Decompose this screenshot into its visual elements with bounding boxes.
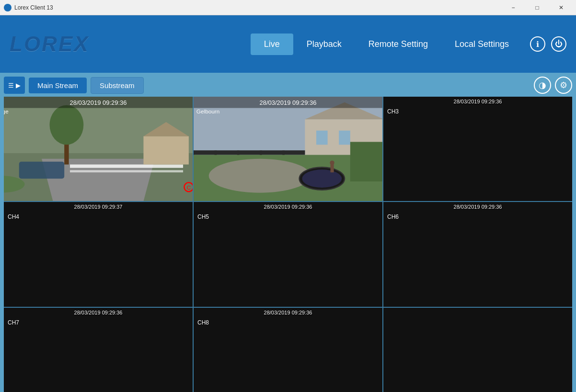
stream-toolbar: ☰ ▶ Main Stream Substream ◑ ⚙	[4, 77, 572, 94]
camera-cell-2[interactable]: 28/03/2019 09:29:36 Gelbourn	[194, 97, 382, 201]
mainstream-button[interactable]: Main Stream	[29, 78, 87, 93]
header-icons: ℹ ⏻	[530, 36, 566, 52]
header: LOREX Live Playback Remote Setting Local…	[0, 15, 576, 73]
title-bar-text: Lorex Client 13	[14, 4, 502, 11]
svg-rect-21	[194, 150, 305, 155]
svg-rect-32	[331, 165, 334, 173]
camera-cell-6[interactable]: 28/03/2019 09:29:36 CH6	[383, 202, 572, 306]
camera-cell-7[interactable]: 28/03/2019 09:29:36 CH7	[4, 308, 193, 392]
svg-rect-9	[19, 162, 64, 179]
camera-cell-1[interactable]: 28/03/2019 09:29:36 Grange C	[4, 97, 193, 201]
svg-point-28	[209, 159, 311, 193]
main-content: ☰ ▶ Main Stream Substream ◑ ⚙	[0, 73, 576, 392]
camera-cell-3[interactable]: 28/03/2019 09:29:36 CH3	[383, 97, 572, 201]
tab-remote-setting[interactable]: Remote Setting	[355, 34, 441, 55]
maximize-button[interactable]: □	[526, 0, 548, 15]
power-icon[interactable]: ⏻	[551, 36, 566, 52]
camera-grid: 28/03/2019 09:29:36 Grange C	[4, 97, 572, 392]
svg-text:Grange: Grange	[4, 108, 9, 115]
cam5-timestamp: 28/03/2019 09:29:36	[264, 204, 312, 210]
svg-rect-6	[70, 170, 183, 172]
camera-cell-5[interactable]: 28/03/2019 09:29:36 CH5	[194, 202, 382, 306]
svg-point-30	[302, 169, 342, 188]
svg-rect-20	[339, 131, 350, 145]
camera-cell-4[interactable]: 28/03/2019 09:29:37 CH4	[4, 202, 193, 306]
app-icon	[4, 4, 12, 11]
svg-rect-31	[350, 142, 382, 181]
tab-live[interactable]: Live	[251, 34, 293, 55]
svg-text:28/03/2019 09:29:36: 28/03/2019 09:29:36	[260, 99, 317, 106]
svg-point-4	[49, 105, 83, 145]
cam7-timestamp: 28/03/2019 09:29:36	[74, 310, 123, 315]
cam5-label: CH5	[197, 213, 209, 220]
cam8-label: CH8	[197, 319, 209, 326]
toolbar-right: ◑ ⚙	[534, 77, 572, 94]
cam4-timestamp: 28/03/2019 09:29:37	[74, 204, 123, 210]
cam8-timestamp: 28/03/2019 09:29:36	[264, 310, 312, 315]
logo: LOREX	[10, 32, 251, 56]
window-controls: − □ ✕	[502, 0, 572, 15]
svg-rect-7	[143, 136, 188, 165]
cam4-label: CH4	[8, 213, 19, 220]
svg-point-33	[330, 160, 334, 165]
cam7-label: CH7	[8, 319, 19, 326]
minimize-button[interactable]: −	[502, 0, 524, 15]
svg-text:Gelbourn: Gelbourn	[196, 108, 220, 115]
cam6-timestamp: 28/03/2019 09:29:36	[454, 204, 502, 210]
tab-local-settings[interactable]: Local Settings	[441, 34, 522, 55]
svg-text:28/03/2019 09:29:36: 28/03/2019 09:29:36	[70, 99, 127, 106]
close-button[interactable]: ✕	[550, 0, 572, 15]
menu-button[interactable]: ☰ ▶	[4, 77, 25, 94]
info-icon[interactable]: ℹ	[530, 36, 545, 52]
tab-playback[interactable]: Playback	[293, 34, 355, 55]
svg-rect-19	[316, 131, 328, 145]
cam3-label: CH3	[387, 108, 399, 115]
camera-cell-9[interactable]	[383, 308, 572, 392]
theme-toggle-button[interactable]: ◑	[534, 77, 551, 94]
svg-text:C: C	[187, 184, 191, 191]
svg-rect-5	[70, 165, 183, 168]
title-bar: Lorex Client 13 − □ ✕	[0, 0, 576, 15]
camera-cell-8[interactable]: 28/03/2019 09:29:36 CH8	[194, 308, 382, 392]
cam6-label: CH6	[387, 213, 399, 220]
settings-button[interactable]: ⚙	[555, 77, 572, 94]
cam3-timestamp: 28/03/2019 09:29:36	[454, 99, 502, 104]
substream-button[interactable]: Substream	[91, 77, 144, 94]
nav-tabs: Live Playback Remote Setting Local Setti…	[251, 34, 522, 55]
